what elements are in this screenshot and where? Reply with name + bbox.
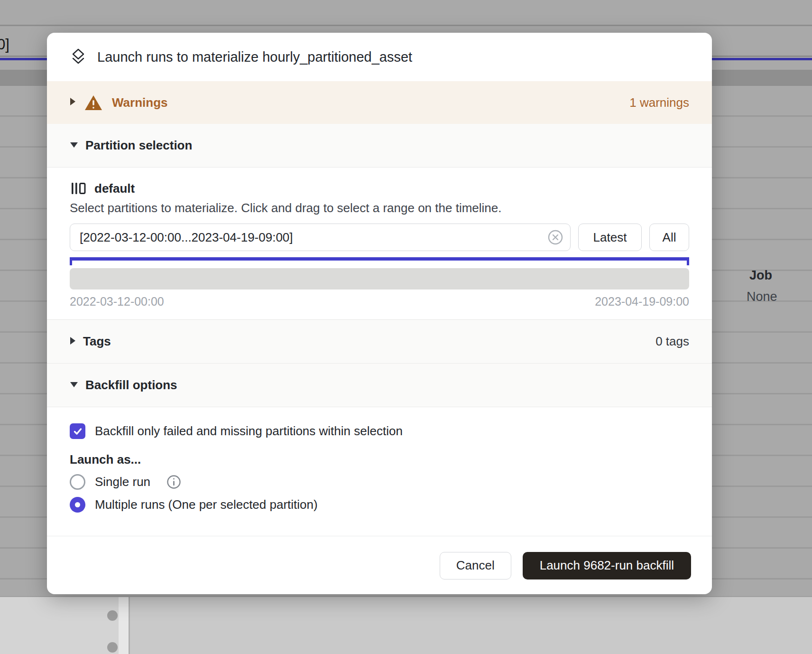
backfill-options-label: Backfill options — [85, 378, 177, 392]
timeline-start-label: 2022-03-12-00:00 — [70, 295, 164, 308]
timeline-date-labels: 2022-03-12-00:00 2023-04-19-09:00 — [70, 295, 689, 308]
warnings-count: 1 warnings — [629, 95, 689, 110]
backfill-options-header[interactable]: Backfill options — [47, 364, 712, 407]
background-toolbar-line — [0, 25, 812, 26]
partition-input-row: Latest All — [70, 224, 689, 251]
chevron-down-icon — [70, 141, 78, 150]
warnings-label: Warnings — [112, 95, 167, 110]
selection-start-cap — [70, 257, 72, 265]
tags-count: 0 tags — [655, 334, 689, 349]
info-icon[interactable] — [166, 475, 181, 489]
backfill-checkbox-label: Backfill only failed and missing partiti… — [95, 424, 403, 439]
partition-dimension-name: default — [94, 181, 135, 196]
timeline-selection-bar[interactable] — [70, 257, 689, 265]
warning-triangle-icon — [84, 95, 102, 111]
selection-end-cap — [687, 257, 689, 265]
background-job-column-value: None — [747, 290, 777, 304]
launch-backfill-dialog: Launch runs to materialize hourly_partit… — [47, 33, 712, 594]
partition-selection-label: Partition selection — [85, 138, 192, 153]
warnings-section-header[interactable]: Warnings 1 warnings — [47, 81, 712, 124]
all-button[interactable]: All — [649, 224, 689, 251]
materialize-layers-icon — [70, 48, 87, 66]
page-root: 0] Job None Launch runs to materialize h… — [0, 0, 812, 654]
partition-dimension-row: default — [70, 180, 689, 196]
background-bottom-strip — [119, 597, 129, 654]
background-dot — [107, 642, 118, 653]
launch-as-label: Launch as... — [70, 452, 689, 467]
multiple-runs-label: Multiple runs (One per selected partitio… — [95, 497, 318, 512]
partition-selection-content: default Select partitions to materialize… — [47, 168, 712, 319]
dialog-header: Launch runs to materialize hourly_partit… — [47, 33, 712, 81]
tags-section-header[interactable]: Tags 0 tags — [47, 319, 712, 364]
backfill-failed-missing-checkbox[interactable] — [70, 423, 85, 439]
chevron-down-icon — [70, 381, 78, 390]
background-job-column-header: Job — [749, 268, 772, 283]
clear-selection-button[interactable] — [547, 229, 564, 246]
dialog-title: Launch runs to materialize hourly_partit… — [97, 49, 412, 65]
chevron-right-icon — [70, 336, 76, 347]
cancel-button[interactable]: Cancel — [440, 552, 511, 579]
launch-backfill-button[interactable]: Launch 9682-run backfill — [523, 552, 691, 579]
background-dot — [107, 610, 118, 621]
timeline-end-label: 2023-04-19-09:00 — [595, 295, 689, 308]
dialog-footer: Cancel Launch 9682-run backfill — [47, 536, 712, 594]
partition-selection-header[interactable]: Partition selection — [47, 124, 712, 168]
checkmark-icon — [73, 426, 83, 437]
radio-dot — [75, 502, 80, 507]
latest-button[interactable]: Latest — [578, 224, 642, 251]
multiple-runs-radio-row: Multiple runs (One per selected partitio… — [70, 496, 689, 513]
multiple-runs-radio[interactable] — [70, 497, 85, 513]
backfill-checkbox-row: Backfill only failed and missing partiti… — [70, 423, 689, 439]
single-run-label: Single run — [95, 475, 150, 489]
single-run-radio-row: Single run — [70, 474, 689, 490]
partition-instructions: Select partitions to materialize. Click … — [70, 201, 689, 215]
partition-icon — [70, 181, 87, 196]
background-partial-text: 0] — [0, 36, 9, 53]
partition-range-input[interactable] — [70, 224, 571, 251]
single-run-radio[interactable] — [70, 474, 85, 490]
tags-label: Tags — [83, 334, 111, 349]
backfill-options-content: Backfill only failed and missing partiti… — [47, 407, 712, 536]
background-vertical-divider — [129, 597, 130, 654]
circle-x-icon — [547, 229, 563, 245]
partition-range-field — [70, 224, 571, 251]
chevron-right-icon — [70, 97, 76, 108]
partition-timeline-track[interactable] — [70, 268, 689, 290]
background-bottom-left-panel — [0, 597, 119, 654]
